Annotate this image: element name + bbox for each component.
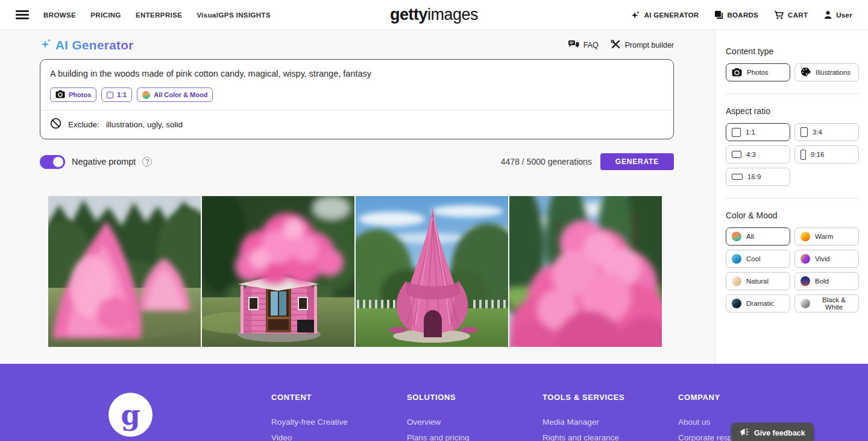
nav-pricing[interactable]: PRICING bbox=[90, 11, 121, 19]
generated-results bbox=[48, 196, 674, 347]
color-mood-section: Color & Mood All Warm Cool Vivid Natural… bbox=[726, 211, 859, 313]
nav-cart-label: CART bbox=[788, 11, 808, 19]
mood-cool[interactable]: Cool bbox=[726, 250, 790, 268]
generated-image-1[interactable] bbox=[48, 196, 201, 347]
prompt-builder-label: Prompt builder bbox=[625, 41, 674, 49]
mood-vivid[interactable]: Vivid bbox=[794, 250, 859, 268]
gettyimages-logo[interactable]: gettyimages bbox=[390, 5, 478, 24]
generated-image-3[interactable] bbox=[356, 196, 508, 347]
content-type-illustrations[interactable]: Illustrations bbox=[794, 63, 859, 81]
cool-swatch-icon bbox=[732, 254, 741, 264]
content-type-illustrations-label: Illustrations bbox=[816, 69, 851, 76]
getty-g-logo[interactable]: g bbox=[108, 393, 153, 437]
exclude-terms: illustration, ugly, solid bbox=[106, 120, 183, 129]
exclude-label: Exclude: bbox=[68, 120, 99, 129]
mood-natural[interactable]: Natural bbox=[726, 272, 790, 290]
mood-natural-label: Natural bbox=[746, 278, 769, 285]
nav-ai-generator[interactable]: AI GENERATOR bbox=[631, 10, 699, 20]
generated-image-4[interactable] bbox=[509, 196, 662, 347]
exclude-row[interactable]: Exclude: illustration, ugly, solid bbox=[40, 110, 673, 139]
nav-visualgps-insights[interactable]: VisualGPS INSIGHTS bbox=[197, 11, 271, 19]
chip-color-mood[interactable]: All Color & Mood bbox=[137, 87, 213, 102]
square-ratio-icon bbox=[107, 92, 113, 98]
aspect-16-9[interactable]: 16:9 bbox=[726, 168, 790, 186]
nav-browse[interactable]: BROWSE bbox=[43, 11, 76, 19]
boards-icon bbox=[714, 10, 723, 19]
faq-link[interactable]: FAQ bbox=[568, 40, 599, 51]
aspect-4-3[interactable]: 4:3 bbox=[726, 145, 790, 163]
black-white-swatch-icon bbox=[800, 299, 810, 308]
chip-photos-label: Photos bbox=[69, 91, 91, 98]
mood-dramatic-label: Dramatic bbox=[746, 300, 774, 307]
aspect-ratio-section: Aspect ratio 1:1 3:4 4:3 9:16 16:9 bbox=[726, 106, 859, 186]
mood-warm[interactable]: Warm bbox=[794, 227, 859, 246]
mood-all[interactable]: All bbox=[726, 227, 790, 246]
exclude-icon bbox=[50, 118, 61, 131]
bold-swatch-icon bbox=[800, 276, 810, 286]
rainbow-circle-icon bbox=[142, 91, 150, 99]
logo-getty: getty bbox=[390, 5, 427, 24]
generated-image-2[interactable] bbox=[202, 196, 354, 347]
give-feedback-button[interactable]: Give feedback bbox=[731, 423, 814, 441]
nav-cart[interactable]: CART bbox=[774, 10, 808, 20]
natural-swatch-icon bbox=[732, 276, 741, 286]
footer-company-title: COMPANY bbox=[678, 393, 814, 402]
content-type-photos[interactable]: Photos bbox=[726, 63, 790, 81]
footer-column-content: CONTENT Royalty-free Creative Video bbox=[271, 393, 407, 441]
help-icon[interactable]: ? bbox=[142, 157, 152, 167]
sidebar-divider bbox=[726, 198, 859, 198]
footer-link-media-manager[interactable]: Media Manager bbox=[542, 414, 678, 430]
page-title: AI Generator bbox=[40, 38, 134, 52]
ratio-4-3-icon bbox=[732, 151, 741, 158]
aspect-1-1[interactable]: 1:1 bbox=[726, 123, 790, 141]
chip-ratio-label: 1:1 bbox=[117, 91, 127, 98]
aspect-9-16-label: 9:16 bbox=[811, 151, 824, 158]
sparkle-icon bbox=[631, 10, 641, 20]
mood-bold[interactable]: Bold bbox=[794, 272, 859, 290]
mood-all-label: All bbox=[746, 233, 754, 240]
ai-generator-main: AI Generator FAQ Prompt builder A buildi… bbox=[0, 30, 715, 364]
warm-swatch-icon bbox=[800, 232, 810, 241]
footer-link-royalty-free-creative[interactable]: Royalty-free Creative bbox=[271, 414, 407, 430]
footer-solutions-title: SOLUTIONS bbox=[407, 393, 542, 402]
aspect-1-1-label: 1:1 bbox=[746, 128, 755, 136]
prompt-input[interactable]: A building in the woods made of pink cot… bbox=[40, 60, 673, 86]
content-type-section: Content type Photos Illustrations bbox=[726, 46, 859, 81]
generate-button[interactable]: GENERATE bbox=[600, 153, 674, 170]
tools-icon bbox=[611, 40, 621, 51]
aspect-3-4[interactable]: 3:4 bbox=[794, 123, 859, 141]
chip-aspect-ratio[interactable]: 1:1 bbox=[101, 87, 132, 102]
chip-photos[interactable]: Photos bbox=[50, 87, 96, 102]
footer-link-plans-pricing[interactable]: Plans and pricing bbox=[407, 430, 542, 441]
mood-bold-label: Bold bbox=[815, 278, 829, 285]
mood-black-white[interactable]: Black & White bbox=[794, 294, 859, 313]
footer-column-solutions: SOLUTIONS Overview Plans and pricing bbox=[407, 393, 542, 441]
camera-icon bbox=[55, 90, 65, 100]
user-icon bbox=[823, 10, 832, 19]
faq-icon bbox=[568, 40, 579, 51]
footer-link-video[interactable]: Video bbox=[271, 430, 407, 441]
aspect-16-9-label: 16:9 bbox=[747, 173, 761, 180]
chip-mood-label: All Color & Mood bbox=[154, 91, 207, 98]
aspect-9-16[interactable]: 9:16 bbox=[794, 145, 859, 163]
footer-content-title: CONTENT bbox=[271, 393, 407, 402]
nav-ai-generator-label: AI GENERATOR bbox=[644, 11, 699, 19]
footer-link-overview[interactable]: Overview bbox=[407, 414, 542, 430]
ratio-3-4-icon bbox=[800, 127, 808, 137]
prompt-builder-link[interactable]: Prompt builder bbox=[611, 40, 674, 51]
negative-prompt-toggle[interactable] bbox=[40, 155, 65, 169]
footer-link-rights-clearance[interactable]: Rights and clearance bbox=[542, 430, 678, 441]
settings-sidebar: Content type Photos Illustrations Aspect… bbox=[715, 30, 868, 364]
mood-dramatic[interactable]: Dramatic bbox=[726, 294, 790, 313]
footer-column-tools-services: TOOLS & SERVICES Media Manager Rights an… bbox=[542, 393, 678, 441]
ratio-16-9-icon bbox=[732, 174, 743, 180]
footer-tools-title: TOOLS & SERVICES bbox=[542, 393, 678, 402]
camera-icon bbox=[732, 68, 742, 78]
menu-icon[interactable] bbox=[16, 10, 29, 19]
nav-enterprise[interactable]: ENTERPRISE bbox=[136, 11, 183, 19]
mood-black-white-label: Black & White bbox=[815, 296, 853, 311]
nav-user-label: User bbox=[836, 11, 852, 19]
nav-boards[interactable]: BOARDS bbox=[714, 10, 758, 19]
nav-user[interactable]: User bbox=[823, 10, 852, 19]
nav-boards-label: BOARDS bbox=[727, 11, 758, 19]
